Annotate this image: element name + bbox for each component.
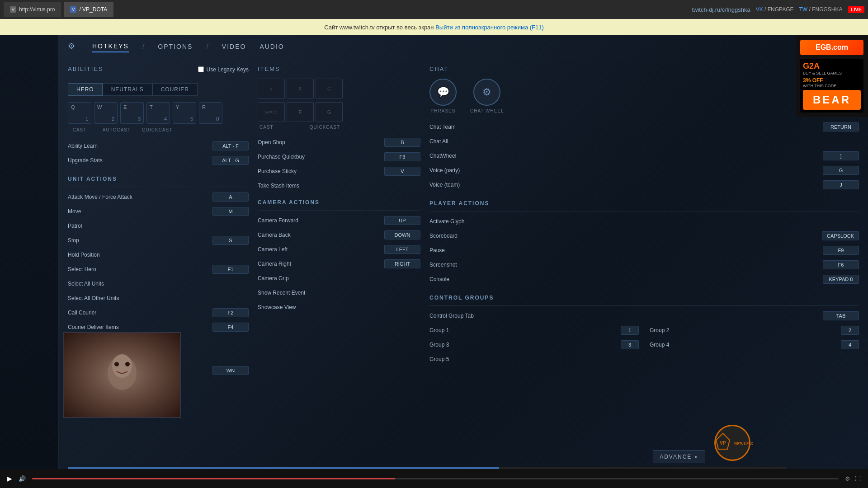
- bind-attack-move: Attack Move / Force Attack A: [68, 191, 249, 203]
- chat-wheel-icon: ⚙: [473, 79, 500, 106]
- settings-icon[interactable]: ⚙: [845, 475, 850, 482]
- bind-screenshot: Screenshot F6: [429, 258, 859, 271]
- vk-icon: VK: [756, 6, 763, 13]
- item-cast-labels: CAST QUICKCAST: [258, 125, 420, 130]
- nav-sep-2: /: [206, 42, 208, 51]
- item-slot-g[interactable]: G: [316, 102, 343, 122]
- ability-key-r[interactable]: R U: [199, 102, 222, 124]
- bind-chat-all: Chat All: [429, 135, 859, 148]
- chat-wheel-icon-block[interactable]: ⚙ CHAT WHEEL: [470, 79, 504, 113]
- g2a-panel: G2A BUY & SELL GAMES 3% OFF WITH THIS CO…: [800, 59, 863, 113]
- g2a-logo: G2A: [803, 61, 861, 71]
- tab-favicon-virtus: V: [10, 6, 16, 13]
- bottom-bar: ▶ 🔊 ⚙ ⛶: [0, 469, 868, 488]
- exit-fullscreen-link[interactable]: Выйти из полноэкранного режима (F11): [435, 24, 544, 31]
- divider-2: [258, 210, 420, 211]
- tab-vpdota[interactable]: V / VP_DOTA: [64, 2, 113, 17]
- tab-hero[interactable]: HERO: [68, 83, 103, 96]
- bind-ability-learn: Ability Learn ALT - F: [68, 140, 249, 152]
- vp-logo: VP VIRTUS.PRO: [714, 425, 750, 461]
- col-items: ITEMS Z X C SPACE F G CAST QUICKCAST: [258, 66, 420, 479]
- ability-key-y[interactable]: Y 5: [173, 102, 196, 124]
- social-link-fngpage[interactable]: VK / FNGPAGE: [756, 6, 794, 13]
- g2a-sub: BUY & SELL GAMES: [803, 71, 861, 75]
- tab-courier[interactable]: COURIER: [152, 83, 198, 96]
- item-quickcast-label: QUICKCAST: [310, 125, 340, 130]
- tab-virtus[interactable]: V http://virtus.pro: [4, 2, 61, 17]
- progress-bar[interactable]: [32, 478, 839, 479]
- notification-text: Сайт www.twitch.tv открыт во весь экран: [324, 24, 434, 31]
- bind-camera-grip: Camera Grip: [258, 272, 420, 285]
- settings-gear-icon[interactable]: ⚙: [68, 41, 79, 52]
- bind-voice-team: Voice (team) J: [429, 178, 859, 191]
- bind-select-hero: Select Hero F1: [68, 263, 249, 276]
- ability-key-q[interactable]: Q 1: [68, 102, 91, 124]
- address-bar-label: twitch-dj.ru/c/fnggshka: [692, 6, 750, 13]
- control-group-row-3: Group 5: [429, 353, 859, 366]
- chat-section: CHAT 💬 PHRASES ⚙ CHAT WHEEL Chat Team RE…: [429, 66, 859, 191]
- bind-camera-right: Camera Right RIGHT: [258, 258, 420, 270]
- item-slot-x[interactable]: X: [287, 79, 314, 99]
- scroll-fill: [68, 467, 499, 469]
- bind-upgrade-stats: Upgrade Stats ALT - G: [68, 154, 249, 167]
- play-button[interactable]: ▶: [7, 475, 12, 482]
- advance-button[interactable]: ADVANCE »: [653, 450, 705, 463]
- tab-favicon-vp: V: [70, 6, 76, 13]
- ability-key-t[interactable]: T 4: [146, 102, 170, 124]
- social-link-fnggshka[interactable]: TW / FNGGSHKA: [799, 6, 843, 13]
- hero-tabs: HERO NEUTRALS COURIER: [68, 83, 249, 96]
- item-bindings: Open Shop B Purchase Quickbuy F3 Purchas…: [258, 136, 420, 192]
- item-slot-z[interactable]: Z: [258, 79, 285, 99]
- nav-audio[interactable]: AUDIO: [259, 41, 284, 52]
- svg-point-2: [114, 362, 119, 366]
- top-nav: ⚙ HOTKEYS / OPTIONS / VIDEO AUDIO ABOUT: [59, 35, 868, 58]
- bind-chatwheel: ChatWheel ]: [429, 150, 859, 162]
- item-slot-space[interactable]: SPACE: [258, 102, 285, 122]
- volume-icon[interactable]: 🔊: [19, 475, 26, 482]
- item-slots-row2: SPACE F G: [258, 102, 420, 122]
- ability-key-w[interactable]: W 2: [94, 102, 118, 124]
- bind-camera-back: Camera Back DOWN: [258, 229, 420, 241]
- bind-take-stash: Take Stash Items: [258, 179, 420, 192]
- phrases-icon: 💬: [429, 79, 457, 106]
- control-group-bindings: Control Group Tab TAB Group 1 1 Group 2 …: [429, 310, 859, 366]
- bind-show-recent-event: Show Recent Event: [258, 286, 420, 299]
- bind-purchase-quickbuy: Purchase Quickbuy F3: [258, 150, 420, 163]
- bind-hold-position: Hold Position: [68, 249, 249, 261]
- nav-video[interactable]: VIDEO: [222, 41, 246, 52]
- bind-voice-party: Voice (party) G: [429, 164, 859, 177]
- item-slot-f[interactable]: F: [287, 102, 314, 122]
- abilities-section: ABILITIES Use Legacy Keys HERO NEUTRALS …: [68, 66, 249, 167]
- col-chat: CHAT 💬 PHRASES ⚙ CHAT WHEEL Chat Team RE…: [429, 66, 859, 479]
- bind-select-all-units: Select All Units: [68, 277, 249, 290]
- bottom-right-controls: ⚙ ⛶: [845, 475, 861, 482]
- bind-activate-glyph: Activate Glyph: [429, 215, 859, 228]
- discount-text: 3% OFF: [803, 77, 861, 84]
- divider-1: [68, 187, 249, 187]
- legacy-keys-label[interactable]: Use Legacy Keys: [198, 66, 249, 73]
- bind-open-shop: Open Shop B: [258, 136, 420, 149]
- ability-key-row: Q 1 W 2 E 3 T 4: [68, 102, 249, 124]
- item-slot-c[interactable]: C: [316, 79, 343, 99]
- nav-options[interactable]: OPTIONS: [158, 41, 193, 52]
- fullscreen-icon[interactable]: ⛶: [855, 475, 861, 482]
- chat-wheel-label: CHAT WHEEL: [470, 108, 504, 113]
- bind-select-other-units: Select All Other Units: [68, 292, 249, 305]
- notification-bar: Сайт www.twitch.tv открыт во весь экран …: [0, 19, 868, 35]
- svg-point-3: [125, 362, 130, 366]
- egb-logo: EGB.com: [800, 40, 863, 55]
- svg-point-1: [112, 354, 132, 378]
- control-group-row-2: Group 3 3 Group 4 4: [429, 338, 859, 351]
- ability-key-e[interactable]: E 3: [120, 102, 144, 124]
- phrases-icon-block[interactable]: 💬 PHRASES: [429, 79, 457, 113]
- bind-pause: Pause F9: [429, 244, 859, 257]
- nav-hotkeys[interactable]: HOTKEYS: [92, 41, 129, 52]
- items-title: ITEMS: [258, 66, 420, 72]
- left-sidebar: [0, 35, 59, 488]
- bind-showcase-view: Showcase View: [258, 301, 420, 314]
- legacy-keys-checkbox[interactable]: [198, 66, 204, 72]
- tw-icon: TW: [799, 6, 808, 13]
- bind-console: Console KEYPAD 8: [429, 273, 859, 286]
- phrases-label: PHRASES: [431, 108, 456, 113]
- tab-neutrals[interactable]: NEUTRALS: [103, 83, 152, 96]
